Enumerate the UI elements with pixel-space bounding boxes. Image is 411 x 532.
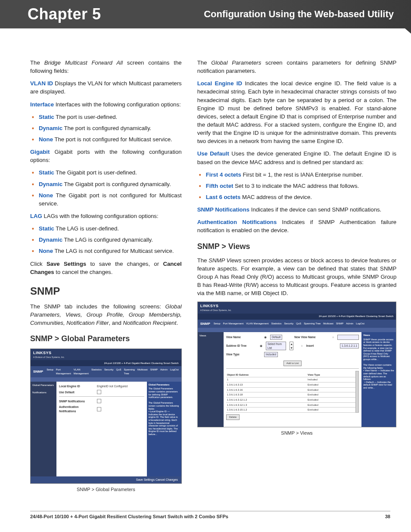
- figure-global-parameters: LINKSYSA Division of Cisco Systems, Inc.…: [30, 348, 182, 493]
- bmfa-intro: The Bridge Multicast Forward All screen …: [30, 59, 182, 75]
- page-footer: 24/48-Port 10/100 + 4-Port Gigabit Resil…: [30, 511, 390, 519]
- auth-notifications-para: Authentication Notifications Indicates i…: [197, 218, 397, 234]
- snmp-views-intro: The SNMP Views screen provides access or…: [197, 256, 397, 298]
- header-subtitle: Configuration Using the Web-based Utilit…: [204, 9, 394, 20]
- snmp-views-heading: SNMP > Views: [197, 241, 397, 252]
- figure2-caption: SNMP > Views: [197, 430, 397, 437]
- lag-options: Static The LAG is user-defined. Dynamic …: [32, 224, 182, 255]
- interface-para: Interface Interfaces with the following …: [30, 100, 182, 109]
- figure-views: LINKSYSA Division of Cisco Systems, Inc.…: [197, 302, 397, 437]
- gigabit-para: Gigabit Gigabit ports with the following…: [30, 148, 182, 164]
- vlan-id-para: VLAN ID Displays the VLAN for which Mult…: [30, 79, 182, 96]
- snmp-gp-heading: SNMP > Global Parameters: [30, 333, 182, 344]
- right-column: The Global Parameters screen contains pa…: [197, 59, 397, 495]
- use-default-para: Use Default Uses the device generated En…: [197, 149, 397, 166]
- left-column: The Bridge Multicast Forward All screen …: [30, 59, 182, 495]
- snmp-heading: SNMP: [30, 284, 182, 299]
- snmp-notifications-para: SNMP Notifications Indicates if the devi…: [197, 205, 397, 214]
- interface-options: Static The port is user-defined. Dynamic…: [32, 113, 182, 143]
- screenshot-views: LINKSYSA Division of Cisco Systems, Inc.…: [197, 302, 397, 427]
- chapter-title: Chapter 5: [28, 5, 101, 23]
- page-body: The Bridge Multicast Forward All screen …: [0, 28, 411, 495]
- lag-para: LAG LAGs with the following configuratio…: [30, 212, 182, 220]
- footer-text: 24/48-Port 10/100 + 4-Port Gigabit Resil…: [30, 514, 228, 519]
- snmp-intro: The SNMP tab includes the following scre…: [30, 302, 182, 327]
- page-number: 38: [385, 514, 390, 519]
- screenshot-global-parameters: LINKSYSA Division of Cisco Systems, Inc.…: [30, 348, 182, 484]
- use-default-options: First 4 octets First bit = 1, the rest i…: [199, 171, 397, 201]
- figure1-caption: SNMP > Global Parameters: [30, 486, 182, 493]
- save-cancel-para: Click Save Settings to save the changes,…: [30, 260, 182, 276]
- gigabit-options: Static The Gigabit port is user-defined.…: [32, 168, 182, 208]
- page-header: Chapter 5 Configuration Using the Web-ba…: [0, 0, 411, 28]
- local-engine-id-para: Local Engine ID Indicates the local devi…: [197, 79, 397, 145]
- gp-intro: The Global Parameters screen contains pa…: [197, 59, 397, 75]
